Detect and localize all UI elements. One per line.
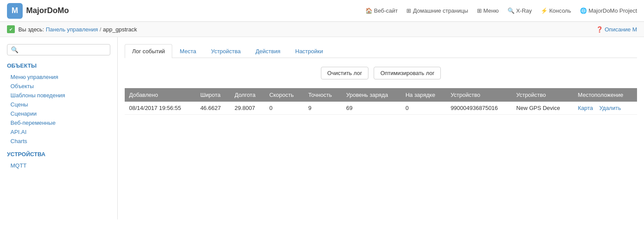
sidebar-item-objects[interactable]: Объекты xyxy=(7,82,110,91)
logo-area: M MajorDoMo xyxy=(7,3,69,19)
cell-latitude: 46.6627 xyxy=(196,102,230,115)
logo-text: MajorDoMo xyxy=(26,6,69,15)
table-header-row: Добавлено Широта Долгота Скорость Точнос… xyxy=(125,88,637,102)
xray-icon: 🔍 xyxy=(508,7,515,14)
cell-battery-level: 69 xyxy=(342,102,401,115)
cell-device-id: 990004936875016 xyxy=(446,102,512,115)
col-charging: На зарядке xyxy=(401,88,446,102)
cell-added: 08/14/2017 19:56:55 xyxy=(125,102,196,115)
data-table: Добавлено Широта Долгота Скорость Точнос… xyxy=(125,88,637,115)
sidebar-item-behavior-templates[interactable]: Шаблоны поведения xyxy=(7,91,110,100)
search-input[interactable] xyxy=(20,47,85,53)
col-location: Местоположение xyxy=(573,88,637,102)
col-added: Добавлено xyxy=(125,88,196,102)
content-area: Лог событий Места Устройства Действия На… xyxy=(118,37,644,219)
header: M MajorDoMo 🏠 Веб-сайт ⊞ Домашние страни… xyxy=(0,0,644,22)
breadcrumb: ✔ Вы здесь: Панель управления / app_gpst… xyxy=(7,25,137,33)
grid-icon: ⊞ xyxy=(406,7,411,14)
menu-icon: ⊞ xyxy=(477,7,482,14)
breadcrumb-bar: ✔ Вы здесь: Панель управления / app_gpst… xyxy=(0,22,644,37)
tab-places[interactable]: Места xyxy=(172,44,204,58)
breadcrumb-sep: / xyxy=(99,26,101,33)
cell-speed: 0 xyxy=(265,102,304,115)
sidebar-item-apiai[interactable]: API.AI xyxy=(7,127,110,137)
sidebar: 🔍 ОБЪЕКТЫ Меню управления Объекты Шаблон… xyxy=(0,37,118,219)
breadcrumb-link-panel[interactable]: Панель управления xyxy=(46,26,98,33)
breadcrumb-current: app_gpstrack xyxy=(103,26,137,33)
col-device-id: Устройство xyxy=(446,88,512,102)
sidebar-item-menu-management[interactable]: Меню управления xyxy=(7,72,110,82)
col-longitude: Долгота xyxy=(230,88,265,102)
description-link[interactable]: ❓ Описание М xyxy=(596,26,637,33)
home-icon: 🏠 xyxy=(365,7,372,14)
tab-log-events[interactable]: Лог событий xyxy=(125,44,172,58)
cell-accuracy: 9 xyxy=(304,102,342,115)
col-device-name: Устройство xyxy=(512,88,573,102)
optimize-log-button[interactable]: Оптимизировать лог xyxy=(374,67,441,79)
sidebar-item-scenarios[interactable]: Сценарии xyxy=(7,109,110,118)
col-accuracy: Точность xyxy=(304,88,342,102)
cell-longitude: 29.8007 xyxy=(230,102,265,115)
col-latitude: Широта xyxy=(196,88,230,102)
tabs: Лог событий Места Устройства Действия На… xyxy=(125,44,637,58)
breadcrumb-icon: ✔ xyxy=(7,25,15,33)
cell-location: Карта Удалить xyxy=(573,102,637,115)
search-icon: 🔍 xyxy=(11,46,18,53)
table-row: 08/14/2017 19:56:55 46.6627 29.8007 0 9 … xyxy=(125,102,637,115)
nav-xray[interactable]: 🔍 X-Ray xyxy=(508,7,532,14)
delete-link[interactable]: Удалить xyxy=(600,105,621,111)
nav-website[interactable]: 🏠 Веб-сайт xyxy=(365,7,398,14)
globe-icon: 🌐 xyxy=(580,7,587,14)
section-title-devices: УСТРОЙСТВА xyxy=(7,151,110,158)
nav-console[interactable]: ⚡ Консоль xyxy=(541,7,571,14)
button-row: Очистить лог Оптимизировать лог xyxy=(125,67,637,79)
clear-log-button[interactable]: Очистить лог xyxy=(321,67,369,79)
console-icon: ⚡ xyxy=(541,7,548,14)
cell-device-name: New GPS Device xyxy=(512,102,573,115)
logo-icon: M xyxy=(7,3,23,19)
top-nav: 🏠 Веб-сайт ⊞ Домашние страницы ⊞ Меню 🔍 … xyxy=(365,7,637,14)
tab-devices[interactable]: Устройства xyxy=(204,44,248,58)
nav-home-pages[interactable]: ⊞ Домашние страницы xyxy=(406,7,468,14)
col-speed: Скорость xyxy=(265,88,304,102)
col-battery-level: Уровень заряда xyxy=(342,88,401,102)
nav-project[interactable]: 🌐 MajorDoMo Project xyxy=(580,7,637,14)
sidebar-item-scenes[interactable]: Сцены xyxy=(7,100,110,109)
sidebar-item-mqtt[interactable]: MQTT xyxy=(7,161,110,170)
search-box[interactable]: 🔍 xyxy=(7,44,110,55)
cell-charging: 0 xyxy=(401,102,446,115)
nav-menu[interactable]: ⊞ Меню xyxy=(477,7,499,14)
question-icon: ❓ xyxy=(596,26,603,33)
section-title-objects: ОБЪЕКТЫ xyxy=(7,62,110,69)
breadcrumb-prefix: Вы здесь: xyxy=(18,26,44,33)
sidebar-item-web-variables[interactable]: Веб-переменные xyxy=(7,118,110,127)
main-layout: 🔍 ОБЪЕКТЫ Меню управления Объекты Шаблон… xyxy=(0,37,644,219)
map-link[interactable]: Карта xyxy=(578,105,593,111)
tab-actions[interactable]: Действия xyxy=(248,44,288,58)
sidebar-item-charts[interactable]: Charts xyxy=(7,137,110,146)
tab-settings[interactable]: Настройки xyxy=(288,44,331,58)
